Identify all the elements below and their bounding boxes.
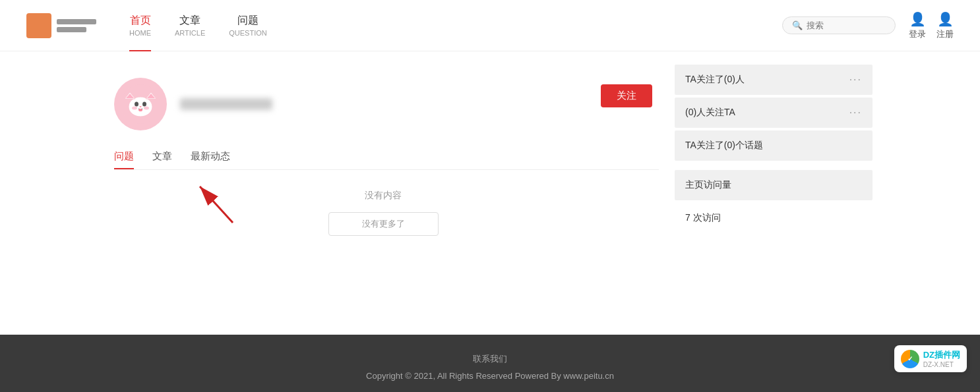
avatar-image xyxy=(121,84,160,124)
user-icon: 👤 xyxy=(909,11,926,27)
following-more[interactable]: ··· xyxy=(849,74,862,86)
logo-line-1 xyxy=(57,19,96,24)
footer-contact[interactable]: 联系我们 xyxy=(13,350,967,368)
visits-section: 7 次访问 xyxy=(675,203,873,233)
login-button[interactable]: 👤 登录 xyxy=(909,11,926,40)
tab-questions[interactable]: 问题 xyxy=(114,150,134,169)
tab-articles[interactable]: 文章 xyxy=(152,150,172,169)
main-nav: 首页 HOME 文章 ARTICLE 问题 QUESTION xyxy=(129,14,267,37)
profile-card: 关注 xyxy=(107,65,659,144)
nav-question[interactable]: 问题 QUESTION xyxy=(229,14,266,37)
nav-home[interactable]: 首页 HOME xyxy=(129,14,151,37)
svg-point-11 xyxy=(138,109,142,111)
topics-label: TA关注了(0)个话题 xyxy=(685,140,763,152)
profile-info xyxy=(180,98,659,110)
profile-tabs: 问题 文章 最新动态 xyxy=(114,150,659,170)
logo-area xyxy=(26,13,96,38)
svg-point-6 xyxy=(140,106,142,107)
sidebar-following: TA关注了(0)人 ··· xyxy=(675,65,873,95)
visits-count: 7 次访问 xyxy=(685,212,862,224)
avatar xyxy=(114,78,167,130)
site-header: 首页 HOME 文章 ARTICLE 问题 QUESTION 🔍 👤 登录 👤 … xyxy=(0,0,980,51)
sidebar: TA关注了(0)人 ··· (0)人关注TA ··· TA关注了(0)个话题 主… xyxy=(675,65,873,302)
footer-copyright: Copyright © 2021, All Rights Reserved Po… xyxy=(13,368,967,385)
content-body: 没有内容 没有更多了 xyxy=(107,170,659,302)
main-content: 关注 问题 文章 最新动态 没有内容 没有更多了 TA关 xyxy=(94,51,886,315)
no-content-text: 没有内容 xyxy=(365,190,402,202)
svg-point-4 xyxy=(132,107,137,110)
dz-badge: ✓ DZ插件网 DZ-X.NET xyxy=(894,345,967,372)
svg-line-13 xyxy=(200,186,233,223)
svg-point-3 xyxy=(142,102,146,107)
sidebar-followers: (0)人关注TA ··· xyxy=(675,98,873,128)
tab-latest[interactable]: 最新动态 xyxy=(191,150,230,169)
arrow-annotation xyxy=(187,177,253,229)
user-plus-icon: 👤 xyxy=(937,11,954,27)
register-button[interactable]: 👤 注册 xyxy=(936,11,954,40)
site-footer: 联系我们 Copyright © 2021, All Rights Reserv… xyxy=(0,335,980,392)
nav-article[interactable]: 文章 ARTICLE xyxy=(175,14,205,37)
no-more-button[interactable]: 没有更多了 xyxy=(328,212,439,236)
dz-logo-icon: ✓ xyxy=(901,350,919,368)
dz-sub: DZ-X.NET xyxy=(923,361,960,368)
logo-line-2 xyxy=(57,27,86,32)
svg-point-5 xyxy=(144,107,149,110)
visits-header-label: 主页访问量 xyxy=(685,179,731,191)
logo-icon xyxy=(26,13,51,38)
following-label: TA关注了(0)人 xyxy=(685,74,745,86)
dz-name: DZ插件网 xyxy=(923,349,960,361)
username-bar xyxy=(180,98,659,110)
username-blurred xyxy=(180,98,272,110)
search-input[interactable] xyxy=(807,20,886,30)
dz-badge-text: DZ插件网 DZ-X.NET xyxy=(923,349,960,368)
svg-point-2 xyxy=(135,102,138,107)
auth-area: 👤 登录 👤 注册 xyxy=(909,11,954,40)
sidebar-topics: TA关注了(0)个话题 xyxy=(675,130,873,161)
search-icon: 🔍 xyxy=(792,20,803,30)
content-left: 关注 问题 文章 最新动态 没有内容 没有更多了 xyxy=(107,65,659,302)
sidebar-visits-header: 主页访问量 xyxy=(675,170,873,200)
logo-text xyxy=(57,19,96,32)
sidebar-spacer xyxy=(675,163,873,169)
followers-label: (0)人关注TA xyxy=(685,107,735,119)
search-box[interactable]: 🔍 xyxy=(782,16,896,34)
followers-more[interactable]: ··· xyxy=(849,107,862,119)
follow-button[interactable]: 关注 xyxy=(601,84,652,107)
header-right: 🔍 👤 登录 👤 注册 xyxy=(782,11,954,40)
